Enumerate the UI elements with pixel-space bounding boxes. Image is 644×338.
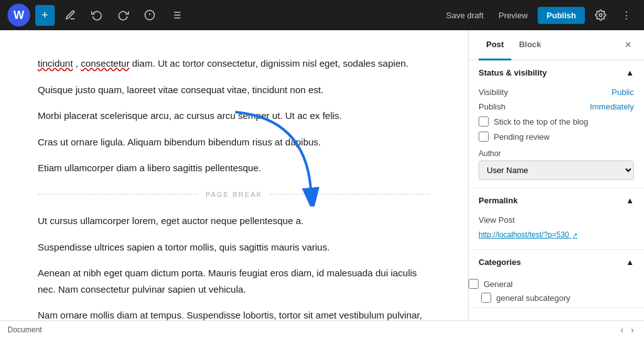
document-label: Document (8, 325, 42, 334)
editor-content: tincidunt , consectetur diam. Ut ac tort… (38, 55, 430, 338)
tab-post[interactable]: Post (479, 30, 511, 60)
list-view-button[interactable] (165, 6, 187, 25)
permalink-section: Permalink ▲ View Post http://localhost/t… (469, 188, 644, 250)
stick-top-row: Stick to the top of the blog (479, 114, 634, 129)
category-general-label: General (484, 279, 513, 289)
toolbar: W + Save draft Preview Publish ⋮ (0, 0, 644, 30)
add-block-button[interactable]: + (35, 5, 55, 26)
category-subcategory-checkbox[interactable] (481, 293, 491, 303)
nav-prev-button[interactable]: ‹ (618, 324, 626, 336)
status-visibility-section: Status & visibility ▲ Visibility Public … (469, 60, 644, 188)
main-layout: tincidunt , consectetur diam. Ut ac tort… (0, 30, 644, 338)
category-subcategory-label: general subcategory (496, 293, 570, 303)
category-general: General (469, 277, 644, 291)
stick-top-checkbox[interactable] (479, 116, 489, 127)
toolbar-right: Save draft Preview Publish ⋮ (441, 6, 636, 25)
categories-section: Categories ▲ General general subcategory (469, 250, 644, 308)
category-general-checkbox[interactable] (469, 279, 479, 289)
pending-review-checkbox[interactable] (479, 132, 489, 142)
sidebar-header: Post Block × (469, 30, 644, 60)
tools-button[interactable] (60, 6, 81, 25)
permalink-header[interactable]: Permalink ▲ (469, 188, 644, 213)
editor-paragraph-3: Morbi placerat scelerisque arcu, ac curs… (38, 108, 430, 124)
sidebar-close-button[interactable]: × (622, 36, 634, 54)
tab-block[interactable]: Block (511, 30, 548, 60)
categories-header[interactable]: Categories ▲ (469, 250, 644, 274)
redo-button[interactable] (113, 6, 134, 25)
editor-paragraph-8: Aenean at nibh eget quam dictum porta. M… (38, 265, 430, 297)
editor-paragraph-5: Etiam ullamcorper diam a libero sagittis… (38, 160, 430, 176)
nav-next-button[interactable]: › (628, 324, 636, 336)
external-link-icon: ↗ (572, 232, 577, 239)
svg-point-9 (599, 14, 602, 17)
editor-area[interactable]: tincidunt , consectetur diam. Ut ac tort… (0, 30, 468, 338)
sidebar-body: Status & visibility ▲ Visibility Public … (469, 60, 644, 338)
bottom-bar-nav: ‹ › (618, 324, 636, 336)
categories-content: General general subcategory (469, 274, 644, 307)
more-options-button[interactable]: ⋮ (616, 6, 636, 25)
editor-paragraph-1: tincidunt , consectetur diam. Ut ac tort… (38, 55, 430, 72)
view-post-row: View Post (479, 213, 634, 227)
category-general-subcategory: general subcategory (469, 291, 644, 305)
editor-paragraph-2: Quisque justo quam, laoreet vitae conseq… (38, 82, 430, 98)
undo-button[interactable] (86, 6, 108, 25)
editor-paragraph-6: Ut cursus ullamcorper lorem, eget auctor… (38, 213, 430, 229)
permalink-content: View Post http://localhost/test/?p=530 ↗ (469, 213, 644, 249)
pending-review-row: Pending review (479, 129, 634, 144)
visibility-row: Visibility Public (479, 85, 634, 99)
save-draft-button[interactable]: Save draft (441, 7, 489, 24)
settings-button[interactable] (590, 6, 611, 25)
preview-button[interactable]: Preview (494, 7, 533, 24)
permalink-link[interactable]: http://localhost/test/?p=530 ↗ (479, 230, 577, 239)
publish-button[interactable]: Publish (538, 7, 585, 24)
chevron-up-icon-categories: ▲ (626, 257, 634, 267)
chevron-up-icon: ▲ (626, 68, 634, 77)
wp-logo[interactable]: W (8, 4, 30, 26)
publish-row: Publish Immediately (479, 99, 634, 114)
status-visibility-header[interactable]: Status & visibility ▲ (469, 60, 644, 85)
editor-paragraph-4: Cras ut ornare ligula. Aliquam bibendum … (38, 134, 430, 150)
author-select[interactable]: User Name (479, 161, 634, 180)
chevron-up-icon-permalink: ▲ (626, 196, 634, 205)
editor-paragraph-7: Suspendisse ultrices sapien a tortor mol… (38, 239, 430, 256)
status-visibility-content: Visibility Public Publish Immediately St… (469, 85, 644, 188)
page-break: PAGE BREAK (38, 189, 430, 201)
sidebar: Post Block × Status & visibility ▲ Visib… (468, 30, 644, 338)
bottom-bar: Document ‹ › (0, 320, 644, 338)
info-button[interactable] (139, 6, 160, 25)
